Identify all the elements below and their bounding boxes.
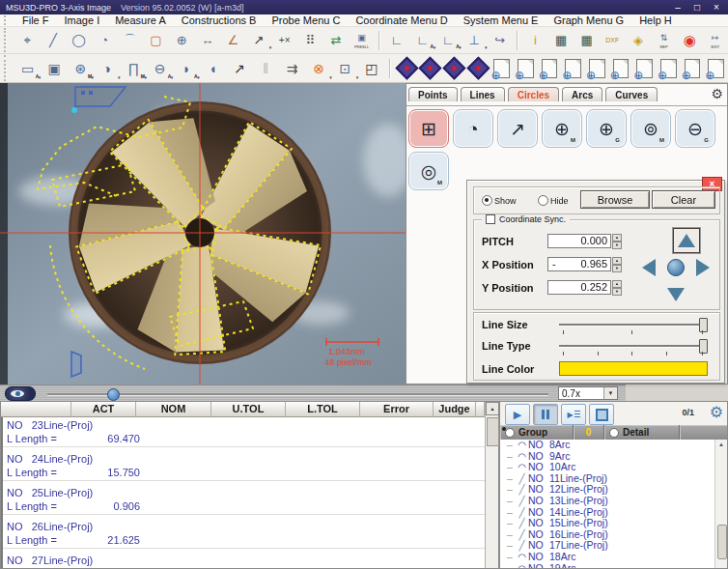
chevron-down-icon[interactable]: ▼ — [603, 387, 617, 399]
coord-plane-icon[interactable]: ⊥▾ — [462, 29, 487, 51]
ellipse-measure-icon[interactable]: ⊕ — [170, 29, 194, 51]
field-input[interactable]: -0.965 — [547, 257, 611, 271]
circle-measure-icon[interactable]: ◯ — [67, 29, 91, 51]
spinner[interactable]: ▲▼ — [612, 257, 622, 271]
field-input[interactable]: 0.000 — [547, 234, 611, 248]
sphere-measure-m-icon[interactable]: ⊛M▾ — [69, 56, 93, 81]
xyz-output-icon[interactable]: ⠿ — [298, 29, 322, 51]
move-down-button[interactable] — [665, 284, 686, 305]
line-size-handle[interactable] — [699, 318, 708, 332]
spinner-up-icon[interactable]: ▲ — [612, 280, 622, 288]
navigator-icon[interactable]: ◈ — [627, 29, 651, 51]
result-group[interactable]: NO 23Line-(Proj)L Length =69.470 — [3, 417, 485, 447]
add-document-2-icon[interactable]: ⊕ — [518, 59, 534, 78]
circle-double-m-button[interactable]: ⊚M — [630, 109, 671, 148]
tree-scrollbar[interactable]: ▲ — [714, 440, 727, 568]
target-region-icon[interactable]: ⊡▾ — [333, 56, 357, 81]
coordinate-sync-checkbox[interactable] — [486, 214, 495, 224]
tab-curves[interactable]: Curves — [605, 87, 658, 101]
move-up-button[interactable] — [673, 228, 700, 253]
result-group[interactable]: NO 26Line-(Proj)L Length =21.625 — [3, 519, 485, 549]
route-tool-icon[interactable]: ⇉ — [280, 56, 304, 81]
record-icon[interactable]: ◉ — [678, 29, 702, 51]
hide-radio[interactable] — [538, 195, 548, 206]
eye-icon[interactable] — [5, 386, 36, 401]
add-document-3-icon[interactable]: ⊕ — [542, 59, 558, 78]
result-group[interactable]: NO 25Line-(Proj)L Length =0.906 — [3, 485, 485, 515]
gear-icon[interactable]: ⚙ — [711, 86, 723, 101]
zoom-slider[interactable] — [47, 387, 548, 400]
show-radio[interactable] — [482, 195, 492, 206]
microscope-image[interactable]: 1.043mm 48 pixel/mm — [0, 83, 406, 384]
scroll-up-icon[interactable]: ▲ — [715, 440, 727, 449]
menu-probe[interactable]: Probe Menu C — [264, 14, 348, 27]
add-document-4-icon[interactable]: ⊕ — [565, 59, 581, 78]
group-mode[interactable]: Group — [500, 425, 574, 440]
clear-button[interactable]: Clear — [652, 190, 715, 209]
blade-arc-icon[interactable]: ◑▾ — [95, 56, 119, 81]
coord-system-1-icon[interactable]: ∟A▾ — [411, 29, 435, 51]
add-document-5-icon[interactable]: ⊕ — [589, 59, 605, 78]
fit-view-icon[interactable]: ◰ — [359, 56, 383, 81]
scrollbar-thumb[interactable] — [487, 417, 499, 446]
add-document-9-icon[interactable]: ⊕ — [685, 59, 701, 78]
add-document-8-icon[interactable]: ⊕ — [660, 59, 677, 78]
move-right-button[interactable] — [692, 257, 714, 278]
vector-arrow-icon[interactable]: ↗ — [227, 56, 251, 81]
dxf-export-icon[interactable]: DXF — [601, 29, 625, 51]
angle-measure-icon[interactable]: ∠ — [221, 29, 245, 51]
menu-system[interactable]: System Menu E — [456, 14, 546, 27]
add-document-6-icon[interactable]: ⊕ — [613, 59, 630, 78]
zoom-slider-handle[interactable] — [107, 388, 120, 401]
edit-points-icon[interactable]: +× — [272, 29, 296, 51]
tab-arcs[interactable]: Arcs — [562, 87, 602, 101]
menu-graph[interactable]: Graph Menu G — [546, 14, 631, 27]
spinner[interactable]: ▲▼ — [612, 280, 622, 295]
construct-swap-icon[interactable]: ⇄ — [324, 29, 349, 51]
tab-circles[interactable]: Circles — [508, 87, 559, 101]
detail-mode[interactable]: Detail — [604, 425, 680, 440]
rectangle-region-icon[interactable]: ▢ — [144, 29, 168, 51]
menu-measure[interactable]: Measure A — [107, 14, 174, 27]
step-list-button[interactable]: ▶ — [561, 404, 586, 425]
circle-crosshair-g-button[interactable]: ⊕G — [586, 109, 627, 148]
zoom-select[interactable]: 0.7x ▼ — [558, 386, 618, 400]
pause-tool-icon[interactable]: ‖ — [254, 56, 278, 81]
move-left-button[interactable] — [638, 257, 659, 278]
curve-measure-icon[interactable]: ⌒ — [118, 29, 142, 51]
gear-icon[interactable]: ⚙ — [710, 403, 723, 421]
cylinder-measure-m-icon[interactable]: ∏M▾ — [122, 56, 146, 81]
distance-measure-icon[interactable]: ↔ — [195, 29, 219, 51]
menu-help[interactable]: Help H — [631, 14, 680, 27]
spinner[interactable]: ▲▼ — [612, 234, 622, 248]
add-document-1-icon[interactable]: ⊕ — [493, 59, 510, 78]
delete-target-icon[interactable]: ⊗▾ — [306, 56, 330, 81]
grid-window-button[interactable]: ⊞ — [408, 109, 449, 148]
circle-rings-m-button[interactable]: ◎M — [408, 152, 449, 190]
datum-diamond-3-icon[interactable] — [442, 57, 465, 80]
line-type-handle[interactable] — [699, 339, 708, 354]
datum-diamond-4-icon[interactable] — [466, 57, 490, 80]
measure-view-2-icon[interactable]: ▦ — [574, 29, 599, 51]
add-document-10-icon[interactable]: ⊕ — [708, 59, 724, 78]
circle-rotate-button[interactable]: ◔ — [453, 109, 493, 148]
tree-item-19arc[interactable]: –◠NO19Arc — [507, 563, 716, 568]
result-group[interactable]: NO 27Line-(Proj)L Length =59.679 — [3, 553, 485, 568]
menu-coordinate[interactable]: Coordinate Menu D — [348, 14, 455, 27]
tab-lines[interactable]: Lines — [461, 87, 505, 101]
menu-file[interactable]: File F — [14, 14, 57, 27]
tree-item-8arc[interactable]: –◠NO8Arc — [507, 440, 716, 451]
tab-points[interactable]: Points — [408, 87, 458, 101]
menu-constructions[interactable]: Constructions B — [174, 14, 265, 27]
detail-radio[interactable] — [609, 428, 619, 438]
line-color-swatch[interactable] — [559, 361, 708, 376]
play-button[interactable]: ▶ — [505, 404, 530, 425]
rep-tool-icon[interactable]: ⇅REP — [652, 29, 676, 51]
field-input[interactable]: 0.252 — [547, 280, 611, 295]
plane-measure-a-icon[interactable]: ▭A▾ — [15, 56, 40, 81]
point-measure-icon[interactable]: ⌖ — [15, 29, 40, 51]
cone-measure-icon[interactable]: ◖ — [201, 56, 225, 81]
flute-measure-a-icon[interactable]: ◗A▾ — [174, 56, 198, 81]
results-scrollbar[interactable]: ▲ — [485, 402, 498, 568]
arc-measure-icon[interactable]: ◔ — [93, 29, 117, 51]
